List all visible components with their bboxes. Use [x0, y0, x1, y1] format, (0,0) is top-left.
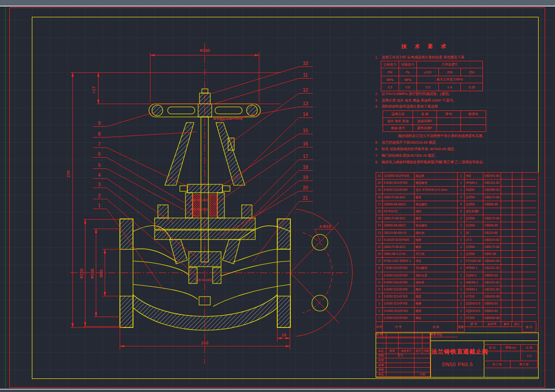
bom-cell: GB119-86 — [483, 230, 501, 237]
bom-cell: 4 — [458, 208, 465, 215]
tech-item-1: 1、 选用工作压力时 应考虑适用介质的温度 其范围见下表 — [375, 55, 464, 60]
balloon-number: 15 — [303, 128, 308, 133]
sign-label: 校对 — [376, 358, 386, 363]
bom-cell: GB6170-86-M12 — [383, 244, 414, 251]
packing-gland — [187, 184, 222, 193]
packing-note: 阀的填料若订货方不说明用于何介质时则选用柔性石墨。 — [398, 134, 486, 138]
bom-cell — [512, 215, 522, 222]
bom-cell: 柔性石墨F — [465, 208, 483, 215]
bom-cell — [501, 308, 512, 315]
bom-h-standard: 标准号 — [483, 322, 501, 327]
bom-cell — [522, 187, 536, 194]
fit-gland: Φ32 H11/d11 — [190, 198, 208, 202]
bom-cell: 1 — [458, 315, 465, 322]
balloon-leader — [253, 202, 299, 262]
pk-cell: 名 称 — [413, 111, 437, 118]
bom-cell: GB1201-82 — [483, 279, 501, 286]
bom-cell: 5 — [376, 286, 383, 293]
tb-divider — [430, 333, 431, 377]
bom-cell: 16 — [376, 208, 383, 215]
bom-cell — [501, 244, 512, 251]
bom-cell — [522, 215, 536, 222]
bom-h-qty: 数量 — [458, 322, 465, 332]
bom-cell — [522, 258, 536, 265]
dim-flange-thickness: 16 — [281, 333, 286, 337]
balloon-number: 4 — [98, 173, 101, 178]
bom-cell: 螺母 — [414, 215, 458, 222]
pt-cell: Ps — [399, 68, 417, 76]
bom-cell: HPb59-1 — [465, 286, 483, 293]
balloon-number: 21 — [303, 196, 308, 201]
bom-cell — [512, 208, 522, 215]
bom-cell — [501, 222, 512, 229]
valve-disc — [189, 252, 221, 267]
dim-bore: Φ50 — [99, 269, 104, 277]
balloon-leader — [247, 160, 299, 212]
pt-cell: MPa — [381, 76, 399, 83]
bom-cell: Q235A — [465, 201, 483, 208]
balloon-leader — [107, 112, 155, 127]
pressure-table: 公称压力 试验压力 工作温度℃ PN Ps ≤120 200 250 MPa M… — [381, 61, 483, 91]
sign-name — [386, 372, 414, 377]
bom-cell: GB6170-86-M12 — [383, 215, 414, 222]
bom-cell: 21 — [376, 173, 383, 180]
bom-cell: GB898-88 — [483, 222, 501, 229]
window-bottom-bar — [0, 389, 555, 392]
bom-cell: 1 — [458, 251, 465, 258]
bom-cell — [512, 308, 522, 315]
bom-cell — [512, 300, 522, 307]
bom-cell: GB9440-88 — [483, 258, 501, 265]
balloon-number: 3 — [98, 182, 101, 187]
bom-cell: HT200 — [465, 315, 483, 322]
bom-cell — [522, 251, 536, 258]
bom-cell: 3 — [376, 300, 383, 307]
bom-cell: 导向螺母 — [414, 265, 458, 272]
sign-date: 日期 — [414, 372, 430, 377]
sign-name — [386, 363, 414, 368]
bom-cell: GB9439-88 — [483, 293, 501, 300]
tech-item-4: 4、 填料的材料按所适用介质按下表选用 — [375, 104, 438, 109]
bom-cell — [501, 279, 512, 286]
pk-cell — [461, 118, 486, 125]
packing-table: 适用介质 名 称 牌号 标准号 淡水 海水 滑油 油浸石棉F 燃油 蒸汽 柔性石… — [383, 110, 486, 132]
bom-cell: 11 — [376, 244, 383, 251]
bom-rows: 2113-5050 521HF305标志牌1H62GB2041-80209-50… — [376, 173, 538, 322]
bom-cell — [512, 201, 522, 208]
bom-cell: 6-5050 521HF305 — [383, 272, 414, 279]
balloon-leader — [212, 67, 299, 94]
pt-cell: 工作温度℃ — [417, 61, 483, 68]
bom-cell — [522, 237, 536, 244]
bom-h-single: 单件 — [501, 322, 512, 327]
pk-cell — [437, 125, 461, 132]
bom-cell: 1 — [458, 293, 465, 300]
pk-cell: 标准号 — [461, 111, 486, 118]
bom-cell: 9-5050 521HF305 — [383, 180, 414, 187]
bom-cell: 1 — [458, 173, 465, 180]
bom-cell: GB9439-88 — [483, 315, 501, 322]
balloon-number: 11 — [303, 73, 308, 78]
bom-cell — [522, 315, 536, 322]
bom-cell: GB898-88 — [483, 201, 501, 208]
bom-cell: 双头螺柱 — [414, 201, 458, 208]
pk-cell: 适用介质 — [383, 111, 413, 118]
info-weight — [501, 351, 521, 361]
sign-date — [414, 363, 430, 368]
bom-cell — [522, 300, 536, 307]
pk-cell: 牌号 — [437, 111, 461, 118]
bom-cell — [522, 222, 536, 229]
bom-cell: 双头螺柱 — [414, 222, 458, 229]
bom-cell: 阀杆 — [414, 286, 458, 293]
sheet-total: 共 1 张 — [484, 361, 511, 368]
bom-cell: 阀盖螺母 — [414, 180, 458, 187]
sign-label: 审定 — [376, 372, 386, 377]
nameplate — [228, 138, 234, 150]
valve-body-outline — [120, 89, 328, 330]
bom-cell — [512, 279, 522, 286]
bom-h-remark: 备 注 — [522, 322, 536, 332]
bom-cell: 阀座 — [414, 308, 458, 315]
bom-cell: 阀盖 — [414, 293, 458, 300]
bom-cell: F8 Φ20/32 — [383, 208, 414, 215]
bom-cell: 圆柱销 — [414, 230, 458, 237]
bom-cell: GB6170-86-M12 — [383, 194, 414, 201]
bom-cell: 4 — [458, 201, 465, 208]
